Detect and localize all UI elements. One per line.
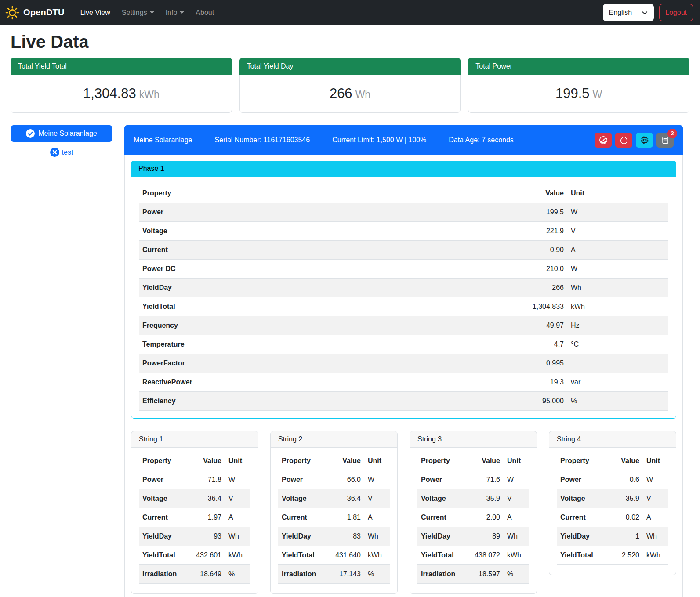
- table-row: Irradiation17.143%: [278, 565, 390, 584]
- brand[interactable]: OpenDTU: [5, 6, 65, 20]
- property-cell: Voltage: [557, 489, 609, 508]
- table-row: Irradiation18.649%: [139, 565, 250, 584]
- string-card-header: String 3: [410, 431, 537, 448]
- inverter-limit: Current Limit: 1,500 W | 100%: [332, 136, 426, 144]
- inverter-card: Meine Solaranlage Serial Number: 1161716…: [124, 125, 683, 597]
- unit-cell: V: [567, 222, 668, 241]
- value-cell: 35.9: [609, 489, 643, 508]
- inverter-data-age: Data Age: 7 seconds: [449, 136, 514, 144]
- check-circle-icon: [26, 129, 35, 138]
- unit-cell: A: [567, 241, 668, 260]
- property-cell: Power: [139, 203, 395, 222]
- property-cell: PowerFactor: [139, 354, 395, 373]
- unit-cell: Wh: [225, 527, 250, 546]
- column-header: Unit: [643, 452, 668, 470]
- column-header: Value: [326, 452, 364, 470]
- inverter-item-test[interactable]: test: [11, 148, 112, 157]
- table-row: Power199.5W: [139, 203, 668, 222]
- speedometer-icon: [598, 135, 608, 145]
- page-title: Live Data: [11, 32, 689, 52]
- property-cell: YieldTotal: [278, 546, 326, 565]
- property-cell: Irradiation: [417, 565, 466, 584]
- table-row: YieldTotal2.520kWh: [557, 546, 668, 565]
- card-value: 266: [330, 86, 352, 101]
- string-table: PropertyValueUnitPower71.8WVoltage36.4VC…: [139, 452, 250, 584]
- value-cell: 266: [395, 279, 567, 297]
- column-header: Property: [417, 452, 466, 470]
- device-info-button[interactable]: [636, 133, 653, 148]
- value-cell: 83: [326, 527, 364, 546]
- caret-down-icon: [150, 11, 154, 14]
- property-cell: Temperature: [139, 335, 395, 354]
- card-header: Total Power: [468, 58, 689, 75]
- value-cell: 431.640: [326, 546, 364, 565]
- power-icon: [619, 135, 629, 145]
- property-cell: Frequency: [139, 316, 395, 335]
- table-row: YieldTotal1,304.833kWh: [139, 297, 668, 316]
- card-value: 1,304.83: [83, 86, 136, 101]
- phase-card: Phase 1 PropertyValueUnitPower199.5WVolt…: [131, 161, 676, 419]
- table-row: Irradiation18.597%: [417, 565, 529, 584]
- inverter-selector: Meine Solaranlage test: [11, 125, 112, 157]
- nav-item-about[interactable]: About: [191, 5, 218, 20]
- summary-cards: Total Yield Total 1,304.83kWh Total Yiel…: [11, 58, 689, 113]
- value-cell: 19.3: [395, 373, 567, 392]
- property-cell: Power: [278, 470, 326, 489]
- column-header: Value: [609, 452, 643, 470]
- inverter-meta: Meine Solaranlage Serial Number: 1161716…: [134, 136, 514, 144]
- column-header: Unit: [567, 184, 668, 203]
- phase-card-header: Phase 1: [131, 161, 676, 177]
- language-select[interactable]: English: [603, 4, 654, 21]
- unit-cell: kWh: [504, 546, 529, 565]
- card-body: 266Wh: [240, 75, 461, 112]
- string-card: String 4PropertyValueUnitPower0.6WVoltag…: [549, 431, 676, 575]
- table-row: YieldDay83Wh: [278, 527, 390, 546]
- property-cell: YieldDay: [139, 279, 395, 297]
- nav-item-settings[interactable]: Settings: [117, 5, 159, 20]
- string-card-body: PropertyValueUnitPower71.8WVoltage36.4VC…: [131, 448, 258, 593]
- property-cell: Current: [557, 508, 609, 527]
- column-header: Property: [278, 452, 326, 470]
- property-cell: Power: [557, 470, 609, 489]
- unit-cell: kWh: [643, 546, 668, 565]
- property-cell: YieldTotal: [417, 546, 466, 565]
- table-row: Power0.6W: [557, 470, 668, 489]
- column-header: Property: [139, 452, 187, 470]
- property-cell: Power: [139, 470, 187, 489]
- value-cell: 199.5: [395, 203, 567, 222]
- nav-item-live-view[interactable]: Live View: [76, 5, 115, 20]
- value-cell: 221.9: [395, 222, 567, 241]
- value-cell: 210.0: [395, 260, 567, 279]
- string-cards: String 1PropertyValueUnitPower71.8WVolta…: [131, 431, 676, 594]
- unit-cell: %: [567, 392, 668, 411]
- value-cell: 0.6: [609, 470, 643, 489]
- property-cell: Current: [278, 508, 326, 527]
- string-card-body: PropertyValueUnitPower66.0WVoltage36.4VC…: [271, 448, 397, 593]
- nav-item-info[interactable]: Info: [161, 5, 189, 20]
- top-navbar: OpenDTU Live View Settings Info About En…: [0, 0, 700, 25]
- table-row: Power66.0W: [278, 470, 390, 489]
- column-header: Value: [187, 452, 225, 470]
- inverter-select-button[interactable]: Meine Solaranlage: [11, 125, 112, 142]
- value-cell: 4.7: [395, 335, 567, 354]
- limit-settings-button[interactable]: [595, 133, 612, 148]
- event-log-button[interactable]: 2: [656, 133, 674, 148]
- unit-cell: W: [567, 203, 668, 222]
- logout-button[interactable]: Logout: [659, 4, 693, 21]
- string-table: PropertyValueUnitPower66.0WVoltage36.4VC…: [278, 452, 390, 584]
- table-row: YieldDay93Wh: [139, 527, 250, 546]
- value-cell: 2.00: [466, 508, 504, 527]
- total-yield-day-card: Total Yield Day 266Wh: [239, 58, 461, 113]
- unit-cell: %: [504, 565, 529, 584]
- property-cell: Irradiation: [278, 565, 326, 584]
- value-cell: 0.02: [609, 508, 643, 527]
- table-row: Voltage35.9V: [557, 489, 668, 508]
- event-count-badge: 2: [667, 129, 677, 138]
- table-row: YieldDay266Wh: [139, 279, 668, 297]
- inverter-action-buttons: 2: [595, 133, 674, 148]
- power-settings-button[interactable]: [615, 133, 632, 148]
- property-cell: YieldTotal: [139, 297, 395, 316]
- value-cell: 93: [187, 527, 225, 546]
- table-row: Power71.6W: [417, 470, 529, 489]
- property-cell: YieldDay: [417, 527, 466, 546]
